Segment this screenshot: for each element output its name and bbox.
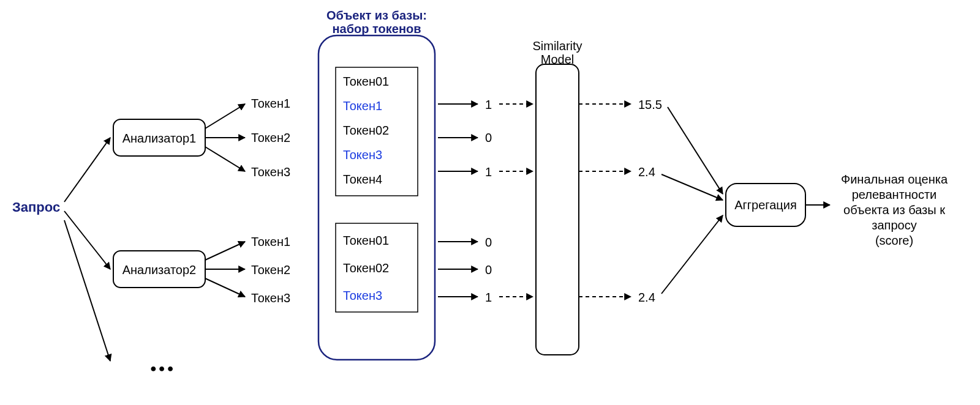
score-2: 2.4 [638, 165, 655, 179]
g1-t1: Токен1 [343, 99, 382, 113]
a2-token3: Токен3 [251, 291, 290, 305]
arrow-a2-t3 [205, 278, 245, 297]
arrow-a1-t3 [205, 147, 245, 171]
root-label: Запрос [12, 199, 60, 215]
similarity-model-box [536, 64, 579, 355]
final-l4: запросу [872, 218, 916, 232]
g2-t2: Токен3 [343, 289, 382, 302]
simmodel-title-l2: Model [541, 53, 574, 66]
tokenset-title-l1: Объект из базы: [326, 9, 427, 22]
analyzer1-label: Анализатор1 [123, 132, 197, 145]
final-l3: объекта из базы к [843, 203, 945, 217]
arrow-root-to-ellipsis [64, 220, 110, 361]
final-l1: Финальная оценка [841, 173, 948, 186]
final-l5: (score) [875, 234, 913, 247]
a1-token1: Токен1 [251, 97, 290, 110]
pipeline-diagram: Запрос Анализатор1 Анализатор2 ●●● Токен… [0, 0, 980, 405]
flag-g2-2: 0 [485, 263, 492, 277]
a2-token2: Токен2 [251, 263, 290, 277]
a2-token1: Токен1 [251, 235, 290, 248]
arrow-a1-t1 [205, 104, 245, 128]
analyzer2-label: Анализатор2 [123, 263, 197, 277]
flag-g1-3: 1 [485, 165, 492, 179]
flag-g2-3: 1 [485, 291, 492, 304]
arrow-root-to-analyzer1 [64, 138, 110, 202]
tokenset-title-l2: набор токенов [332, 22, 421, 35]
score-3: 2.4 [638, 291, 655, 304]
flag-g1-1: 1 [485, 98, 492, 111]
final-l2: релевантности [852, 188, 937, 201]
arrow-score2-agg [662, 174, 723, 200]
flag-g2-1: 0 [485, 236, 492, 249]
flag-g1-2: 0 [485, 131, 492, 144]
score-1: 15.5 [638, 98, 662, 111]
aggregation-label: Аггрегация [734, 198, 797, 212]
g2-t0: Токен01 [343, 234, 389, 247]
a1-token2: Токен2 [251, 131, 290, 144]
g1-t0: Токен01 [343, 75, 389, 88]
arrow-score3-agg [662, 215, 723, 294]
g1-t2: Токен02 [343, 124, 389, 137]
g1-t4: Токен4 [343, 173, 382, 186]
g2-t1: Токен02 [343, 261, 389, 275]
arrow-a2-t1 [205, 242, 245, 260]
ellipsis-dots: ●●● [150, 362, 176, 374]
a1-token3: Токен3 [251, 165, 290, 179]
g1-t3: Токен3 [343, 148, 382, 162]
simmodel-title-l1: Similarity [532, 39, 582, 53]
